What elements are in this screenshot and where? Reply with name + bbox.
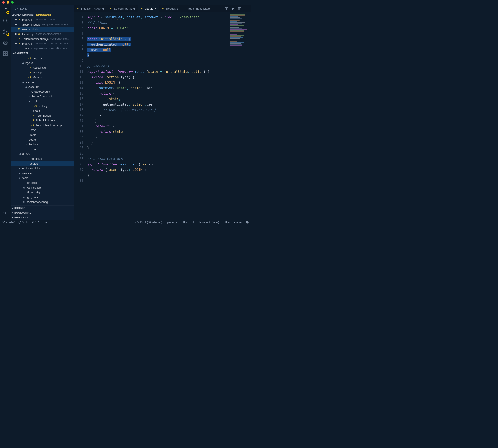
tree-item[interactable]: ▸ store [11,176,74,180]
sidebar-title: EXPLORER [11,5,74,12]
tree-item[interactable]: ▸ JS Main.js [11,75,74,80]
tree-item[interactable]: ▸ Profile [11,132,74,137]
tree-item[interactable]: ▸ JS SubmitButton.js [11,118,74,123]
errors[interactable]: 3 0 [32,221,42,224]
traffic-close[interactable] [2,1,5,4]
git-sync[interactable]: 0↓ 1↑ [18,221,28,224]
tree-item[interactable]: ▸ CreateAccount [11,89,74,94]
prettier-bolt[interactable] [45,221,48,224]
tree-item[interactable]: ▸ JS user.js [11,161,74,166]
editor-tab[interactable]: JS index.js .../layout [74,5,107,12]
encoding[interactable]: UTF-8 [181,221,188,224]
indent[interactable]: Spaces: 2 [166,221,177,224]
tree-item[interactable]: ◢ ducks [11,152,74,156]
chevron-down-icon: ◢ [12,52,14,54]
tree-item[interactable]: ▸ JS Logo.js [11,56,74,60]
open-editors-header[interactable]: ◢ OPEN EDITORS 4 UNSAVED [11,12,74,17]
tree-item[interactable]: ▸ Home [11,128,74,132]
language-mode[interactable]: Javascript (Babel) [198,221,219,224]
svg-rect-5 [3,52,5,53]
editor-tab[interactable]: JS TouchIdentificatior [181,5,213,12]
tree-item[interactable]: ▸ ≡ .flowconfig [11,190,74,195]
open-editor-item[interactable]: JS index.js components/screens/Account..… [11,41,74,46]
js-icon: JS [77,8,80,10]
file-name: index.js [22,18,32,21]
eslint[interactable]: ESLint [223,221,230,224]
dirty-dot [15,19,16,20]
workspace-header[interactable]: ◢ GAMEREEL [11,51,74,56]
tab-label: user.js [145,7,153,10]
code-content[interactable]: import { secureSet, safeSet, safeGet } f… [87,12,251,220]
tree-item-label: .flowconfig [27,191,40,194]
split-icon[interactable] [238,7,241,11]
tree-item[interactable]: ▸ ForgotPassword [11,94,74,99]
tree-item-label: services [22,172,33,175]
source-control-icon[interactable]: 5 [2,29,9,35]
chevron-icon: ◢ [19,153,21,155]
tree-item[interactable]: ◢ screens [11,80,74,84]
editor-tab[interactable]: JS Header.js [159,5,181,12]
tree-item-label: Account [28,85,39,89]
section-bookmarks[interactable]: ▸BOOKMARKS [11,210,74,215]
tree-item[interactable]: ▸ Logout [11,108,74,113]
cursor-position[interactable]: Ln 5, Col 1 (60 selected) [134,221,162,224]
tree-item[interactable]: ◢ Account [11,84,74,89]
tree-item[interactable]: ▸ Settings [11,142,74,147]
compare-icon[interactable] [225,7,228,11]
open-editor-item[interactable]: JS index.js components/layout [11,17,74,22]
tree-item[interactable]: ▸ node_modules [11,166,74,171]
traffic-minimize[interactable] [7,1,9,4]
open-editor-item[interactable]: JS SearchInput.js components/common/... [11,22,74,27]
debug-icon[interactable] [2,40,9,46]
svg-point-21 [247,222,247,222]
js-icon: JS [141,8,144,10]
tree-item[interactable]: ▸ Upload [11,147,74,152]
tree-item[interactable]: ◢ layout [11,60,74,65]
traffic-zoom[interactable] [11,1,14,4]
tree-item[interactable]: ◢ Login [11,99,74,104]
code-editor[interactable]: 1234567891011121314151617181920212223242… [74,12,251,220]
settings-gear-icon[interactable] [2,211,9,217]
tab-label: index.js [81,7,91,10]
file-icon: ≡ [22,200,25,204]
tree-item[interactable]: ▸ JS TouchIdentification.js [11,123,74,128]
open-editor-item[interactable]: JS user.js ducks [11,27,74,32]
minimap[interactable] [229,12,251,100]
tree-item-label: layout [25,61,33,64]
tree-item-label: .gitignore [27,195,38,199]
prettier[interactable]: Prettier [234,221,242,224]
run-icon[interactable] [231,7,235,11]
search-icon[interactable] [2,18,9,24]
close-icon[interactable]: × [154,7,156,11]
editor-tab[interactable]: JS user.js × [138,5,159,12]
dirty-dot [15,48,16,49]
tree-item[interactable]: ▸ JS FormInput.js [11,113,74,118]
extensions-icon[interactable] [2,50,9,57]
explorer-icon[interactable]: 4 [2,7,9,13]
editor-tab[interactable]: JS SearchInput.js [107,5,138,12]
section-docker[interactable]: ▸DOCKER [11,205,74,210]
tree-item[interactable]: ▸ services [11,171,74,176]
tree-item[interactable]: ▸ ʝ .babelrc [11,180,74,185]
tree-item[interactable]: ▸ ≡ .watchmanconfig [11,199,74,204]
tree-item[interactable]: ▸ ◉ .eslintrc.json [11,185,74,190]
tree-item[interactable]: ▸ JS index.js [11,104,74,108]
chevron-icon: ▸ [25,148,27,150]
tree-item[interactable]: ▸ JS reducer.js [11,156,74,161]
open-editor-item[interactable]: JS Header.js components/common [11,32,74,36]
section-projects[interactable]: ▸PROJECTS [11,215,74,220]
eol[interactable]: LF [192,221,195,224]
tree-item[interactable]: ▸ JS index.js [11,70,74,75]
file-path: components/s... [50,37,69,40]
open-editor-item[interactable]: JS TouchIdentification.js components/s..… [11,36,74,41]
git-branch[interactable]: master* [2,221,15,224]
feedback-icon[interactable] [246,221,249,224]
tree-item[interactable]: ▸ JS Account.js [11,65,74,70]
tree-item[interactable]: ▸ Search [11,137,74,142]
tree-item[interactable]: ▸ ◈ .gitignore [11,195,74,199]
js-icon: JS [18,18,21,21]
js-icon: JS [32,124,34,126]
open-editor-item[interactable]: JS Tab.js components/common/BottomN... [11,46,74,51]
chevron-icon: ◢ [22,62,24,64]
more-icon[interactable] [244,7,248,11]
